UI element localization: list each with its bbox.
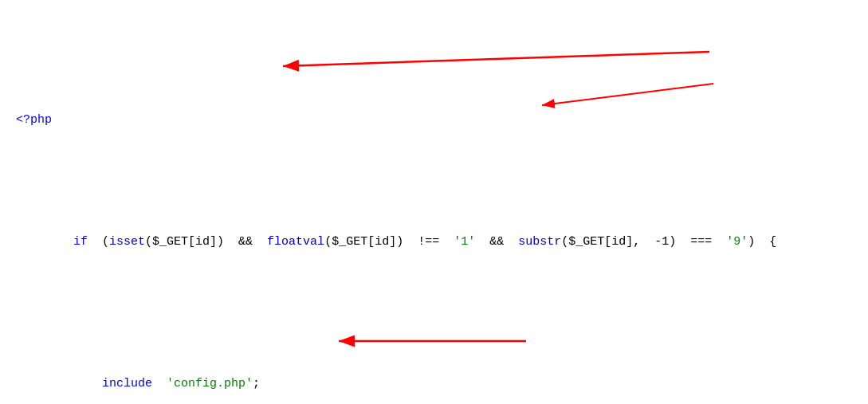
line-3: include 'config.php'; — [16, 354, 852, 405]
svg-line-7 — [542, 84, 713, 105]
arrows-overlay — [16, 8, 852, 404]
code-container: <?php if (isset($_GET[id]) && floatval($… — [16, 8, 852, 404]
red-arrows-svg — [16, 8, 852, 404]
line-1: <?php — [16, 110, 852, 131]
line-2: if (isset($_GET[id]) && floatval($_GET[i… — [16, 211, 852, 273]
svg-line-6 — [283, 52, 709, 66]
